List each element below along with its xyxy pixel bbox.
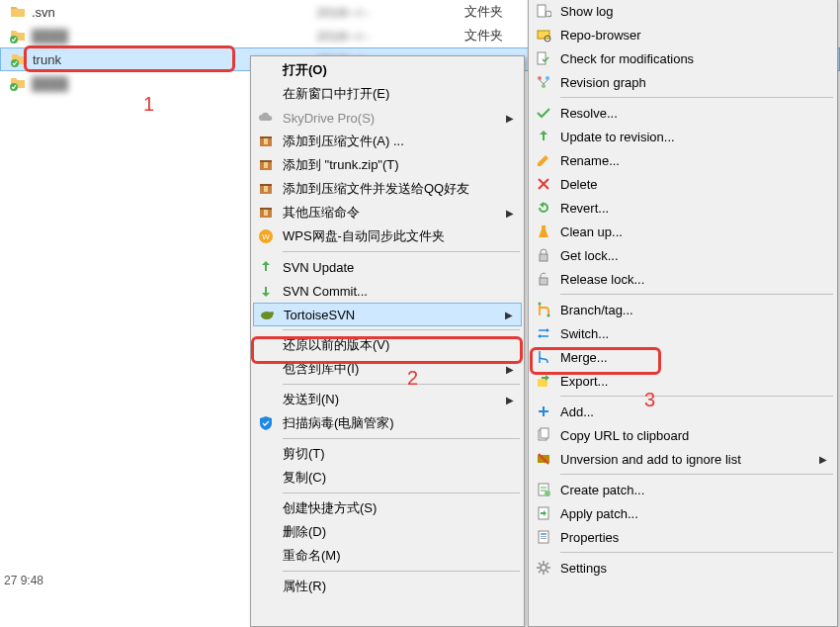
menu-item-item-6[interactable]: 其他压缩命令▶ (253, 201, 522, 224)
menu-separator (560, 396, 833, 397)
menu-item-label: 添加到 "trunk.zip"(T) (283, 156, 522, 174)
menu-item-label: 包含到库中(I) (283, 360, 522, 378)
menu-item-label: 其他压缩命令 (283, 204, 522, 222)
update-rev-icon (536, 129, 551, 144)
menu-item-check-for-modifications[interactable]: Check for modifications (531, 46, 835, 70)
menu-item-label: Apply patch... (560, 506, 835, 521)
menu-item-release-lock[interactable]: Release lock... (531, 267, 835, 291)
menu-item-d[interactable]: 删除(D) (253, 520, 522, 544)
menu-separator (560, 97, 833, 98)
menu-item-label: Merge... (560, 350, 835, 365)
menu-item-i[interactable]: 包含到库中(I)▶ (253, 357, 522, 381)
revert-icon (536, 200, 551, 216)
folder-svn-icon (11, 51, 27, 67)
menu-item-show-log[interactable]: Show log (531, 0, 835, 23)
menu-item-merge[interactable]: Merge... (531, 345, 835, 369)
menu-item-v[interactable]: 还原以前的版本(V) (253, 333, 522, 357)
menu-item-add[interactable]: Add... (531, 400, 835, 423)
apply-patch-icon (536, 505, 551, 521)
unversion-icon (536, 451, 551, 467)
menu-item-switch[interactable]: Switch... (531, 321, 835, 345)
menu-item-label: Clean up... (560, 224, 835, 239)
menu-item-svn-update[interactable]: SVN Update (253, 255, 522, 279)
menu-item-copy-url-to-clipboard[interactable]: Copy URL to clipboard (531, 423, 835, 447)
menu-item-wps[interactable]: WWPS网盘-自动同步此文件夹 (253, 224, 522, 248)
svg-rect-5 (264, 138, 268, 144)
file-name: ████ (32, 29, 68, 44)
menu-item-label: 添加到压缩文件(A) ... (283, 133, 522, 150)
menu-item-label: Branch/tag... (560, 303, 835, 317)
menu-item-t[interactable]: 剪切(T) (253, 442, 522, 466)
menu-separator (283, 329, 520, 330)
file-name: ████ (32, 76, 68, 91)
context-menu-main: 打开(O)在新窗口中打开(E)SkyDrive Pro(S)▶添加到压缩文件(A… (250, 55, 525, 627)
switch-icon (536, 325, 551, 341)
submenu-arrow-icon: ▶ (506, 113, 514, 124)
menu-item-e[interactable]: 在新窗口中打开(E) (253, 82, 522, 106)
menu-item-tortoisesvn[interactable]: TortoiseSVN▶ (253, 303, 522, 326)
repo-icon (536, 27, 551, 43)
menu-item-label: 重命名(M) (283, 547, 522, 565)
check-mods-icon (536, 50, 551, 66)
branch-icon (536, 302, 551, 317)
menu-item-label: 还原以前的版本(V) (283, 336, 522, 354)
menu-item-n[interactable]: 发送到(N)▶ (253, 388, 522, 411)
menu-item-revert[interactable]: Revert... (531, 196, 835, 220)
svg-rect-11 (264, 186, 268, 192)
menu-separator (560, 552, 833, 553)
menu-item-label: Show log (560, 4, 835, 19)
svg-line-21 (550, 16, 551, 17)
submenu-arrow-icon: ▶ (819, 454, 827, 465)
menu-item-get-lock[interactable]: Get lock... (531, 243, 835, 267)
menu-item-r[interactable]: 属性(R) (253, 575, 522, 598)
menu-item-label: 删除(D) (283, 523, 522, 541)
svg-point-25 (538, 76, 542, 80)
menu-item-revision-graph[interactable]: Revision graph (531, 70, 835, 94)
menu-item-branch-tag[interactable]: Branch/tag... (531, 298, 835, 321)
export-icon (536, 373, 551, 389)
menu-item-apply-patch[interactable]: Apply patch... (531, 501, 835, 525)
menu-item-repo-browser[interactable]: Repo-browser (531, 23, 835, 46)
svg-rect-40 (541, 533, 546, 535)
menu-item-rename[interactable]: Rename... (531, 148, 835, 172)
menu-item-m[interactable]: 重命名(M) (253, 544, 522, 568)
svg-rect-19 (538, 5, 546, 17)
svg-rect-22 (538, 31, 549, 39)
archive-icon (258, 205, 274, 221)
menu-separator (283, 251, 520, 252)
menu-item-skydrive-pro-s[interactable]: SkyDrive Pro(S)▶ (253, 106, 522, 130)
menu-item-c[interactable]: 复制(C) (253, 466, 522, 490)
menu-item-qq[interactable]: 添加到压缩文件并发送给QQ好友 (253, 177, 522, 201)
svg-rect-10 (260, 184, 272, 186)
svg-point-27 (542, 84, 546, 88)
menu-item-unversion-and-add-to-ignore-list[interactable]: Unversion and add to ignore list▶ (531, 447, 835, 471)
submenu-arrow-icon: ▶ (506, 208, 514, 219)
menu-item-a[interactable]: 添加到压缩文件(A) ... (253, 130, 522, 153)
merge-icon (536, 349, 551, 365)
menu-item-o[interactable]: 打开(O) (253, 58, 522, 82)
menu-item-item-17[interactable]: 扫描病毒(电脑管家) (253, 411, 522, 435)
menu-item-s[interactable]: 创建快捷方式(S) (253, 496, 522, 520)
menu-item-label: Delete (560, 177, 835, 192)
menu-item-settings[interactable]: Settings (531, 556, 835, 580)
menu-item-properties[interactable]: Properties (531, 525, 835, 549)
menu-item-resolve[interactable]: Resolve... (531, 101, 835, 125)
svg-point-43 (541, 565, 546, 571)
delete-icon (536, 176, 551, 192)
menu-item-svn-commit[interactable]: SVN Commit... (253, 279, 522, 303)
menu-item-create-patch[interactable]: Create patch... (531, 478, 835, 501)
menu-item-clean-up[interactable]: Clean up... (531, 220, 835, 243)
svg-rect-14 (264, 210, 268, 216)
menu-item-trunk-zip-t[interactable]: 添加到 "trunk.zip"(T) (253, 153, 522, 177)
folder-svn-icon (10, 75, 26, 91)
menu-item-update-to-revision[interactable]: Update to revision... (531, 125, 835, 148)
context-menu-tortoisesvn: Show logRepo-browserCheck for modificati… (528, 0, 838, 627)
menu-separator (283, 571, 520, 572)
menu-separator (283, 384, 520, 385)
svg-point-31 (547, 314, 550, 317)
menu-item-label: TortoiseSVN (284, 308, 521, 322)
menu-item-export[interactable]: Export... (531, 369, 835, 393)
cleanup-icon (536, 224, 551, 239)
menu-item-label: Unversion and add to ignore list (560, 452, 835, 467)
menu-item-delete[interactable]: Delete (531, 172, 835, 196)
